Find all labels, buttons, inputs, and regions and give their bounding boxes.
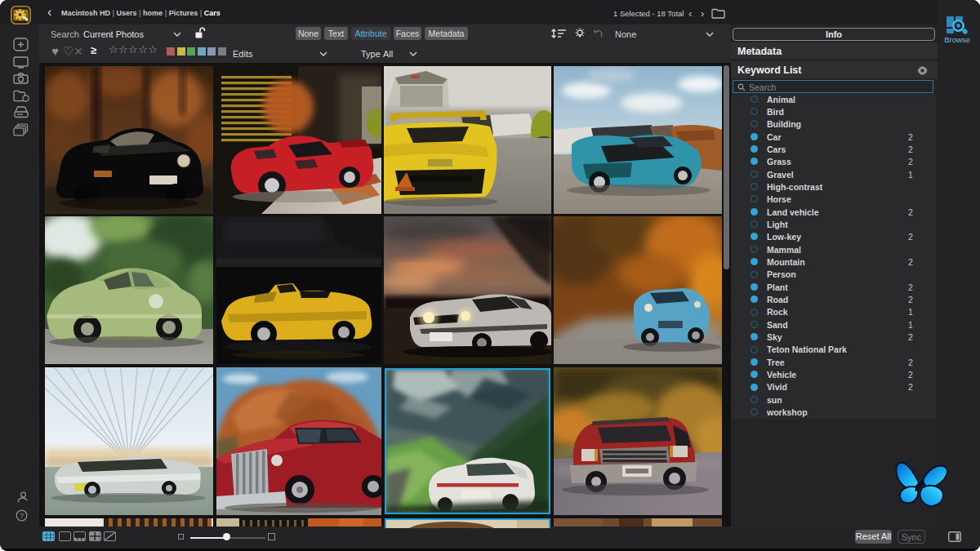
- svg-text:?: ?: [20, 512, 24, 520]
